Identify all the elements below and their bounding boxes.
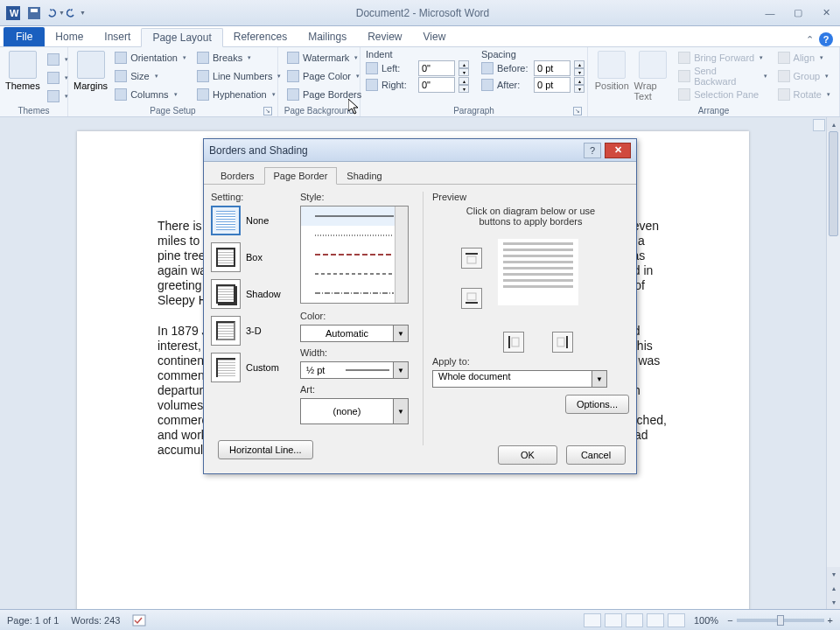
color-combo[interactable]: Automatic▼	[300, 325, 409, 342]
art-combo-drop[interactable]: ▼	[393, 399, 408, 424]
theme-effects-button[interactable]: ▾	[44, 88, 72, 105]
tab-view[interactable]: View	[413, 27, 457, 46]
style-dotted[interactable]	[301, 226, 408, 245]
scroll-down-button[interactable]: ▾	[827, 567, 840, 581]
line-numbers-button[interactable]: Line Numbers▾	[193, 67, 284, 85]
theme-fonts-button[interactable]: ▾	[44, 69, 72, 87]
indent-left-input[interactable]	[418, 60, 455, 76]
next-page-button[interactable]: ▾	[827, 595, 840, 609]
indent-right-input[interactable]	[418, 77, 455, 93]
style-listbox[interactable]	[300, 206, 409, 304]
space-after-up[interactable]: ▴	[574, 77, 584, 85]
style-list-scrollbar[interactable]	[395, 206, 408, 303]
maximize-button[interactable]: ▢	[788, 6, 808, 20]
tab-home[interactable]: Home	[45, 27, 94, 46]
scroll-track[interactable]	[827, 131, 840, 567]
status-page[interactable]: Page: 1 of 1	[7, 615, 59, 626]
color-combo-drop[interactable]: ▼	[393, 326, 408, 341]
style-solid[interactable]	[301, 206, 408, 226]
close-window-button[interactable]: ✕	[816, 6, 836, 20]
undo-icon[interactable]: ▼	[46, 4, 65, 23]
view-draft[interactable]	[668, 613, 685, 627]
tab-mailings[interactable]: Mailings	[298, 27, 357, 46]
width-combo-drop[interactable]: ▼	[393, 362, 408, 378]
preview-left-border-button[interactable]	[503, 332, 524, 353]
hyphenation-button[interactable]: Hyphenation▾	[193, 86, 284, 103]
help-icon[interactable]: ?	[819, 32, 833, 46]
setting-3d[interactable]: 3-D	[211, 316, 295, 346]
setting-custom[interactable]: Custom	[211, 353, 295, 382]
space-before-up[interactable]: ▴	[574, 60, 584, 68]
style-dashed[interactable]	[301, 264, 408, 284]
minimize-button[interactable]: —	[760, 6, 780, 20]
preview-diagram[interactable]	[461, 234, 601, 330]
indent-left-up[interactable]: ▴	[458, 60, 469, 68]
style-dashed-thick[interactable]	[301, 245, 408, 264]
dialog-close-button[interactable]: ✕	[605, 143, 631, 158]
page-borders-button[interactable]: Page Borders	[284, 86, 365, 103]
setting-box[interactable]: Box	[211, 242, 295, 272]
art-combo[interactable]: (none)▼	[300, 398, 409, 424]
themes-button[interactable]: Themes	[5, 49, 40, 91]
zoom-slider-thumb[interactable]	[777, 615, 784, 626]
tab-shading[interactable]: Shading	[337, 167, 391, 185]
theme-colors-button[interactable]: ▾	[44, 51, 72, 68]
tab-review[interactable]: Review	[357, 27, 412, 46]
status-words[interactable]: Words: 243	[71, 615, 120, 626]
zoom-slider[interactable]	[737, 619, 824, 622]
page-color-button[interactable]: Page Color▾	[284, 67, 365, 85]
horizontal-line-button[interactable]: Horizontal Line...	[218, 440, 313, 459]
ruler-toggle[interactable]	[813, 119, 825, 131]
tab-insert[interactable]: Insert	[94, 27, 141, 46]
preview-top-border-button[interactable]	[461, 248, 482, 269]
space-before-input[interactable]	[534, 60, 570, 76]
minimize-ribbon-icon[interactable]: ⌃	[806, 34, 814, 46]
apply-to-drop[interactable]: ▼	[592, 371, 606, 387]
view-print-layout[interactable]	[584, 613, 601, 627]
indent-right-down[interactable]: ▾	[458, 85, 469, 93]
scroll-thumb[interactable]	[829, 131, 838, 236]
width-combo[interactable]: ½ pt▼	[300, 361, 409, 379]
word-icon[interactable]: W	[4, 4, 23, 23]
paragraph-launcher[interactable]: ↘	[573, 107, 582, 116]
setting-none[interactable]: None	[211, 206, 295, 235]
vertical-scrollbar[interactable]: ▴ ▾ ▴ ▾	[826, 117, 840, 609]
apply-to-combo[interactable]: Whole document▼	[432, 370, 607, 388]
cancel-button[interactable]: Cancel	[566, 445, 626, 465]
view-full-screen[interactable]	[605, 613, 622, 627]
prev-page-button[interactable]: ▴	[827, 581, 840, 595]
preview-page[interactable]	[498, 239, 578, 305]
dialog-title-bar[interactable]: Borders and Shading ? ✕	[204, 139, 636, 162]
tab-page-border[interactable]: Page Border	[264, 167, 338, 185]
page-setup-launcher[interactable]: ↘	[263, 107, 272, 116]
indent-left-down[interactable]: ▾	[458, 68, 469, 76]
breaks-button[interactable]: Breaks▾	[193, 49, 284, 66]
indent-right-up[interactable]: ▴	[458, 77, 469, 85]
preview-bottom-border-button[interactable]	[461, 288, 482, 309]
watermark-button[interactable]: Watermark▾	[284, 49, 365, 66]
orientation-button[interactable]: Orientation▾	[111, 49, 190, 66]
tab-references[interactable]: References	[223, 27, 298, 46]
space-after-input[interactable]	[534, 77, 570, 93]
view-outline[interactable]	[647, 613, 664, 627]
save-icon[interactable]	[24, 4, 44, 23]
tab-borders[interactable]: Borders	[211, 167, 264, 185]
zoom-in-button[interactable]: +	[828, 615, 833, 626]
ok-button[interactable]: OK	[498, 445, 557, 465]
dialog-help-button[interactable]: ?	[584, 143, 601, 158]
margins-button[interactable]: Margins	[74, 49, 108, 91]
status-zoom[interactable]: 100%	[694, 615, 718, 626]
style-dash-dot[interactable]	[301, 284, 408, 303]
view-web-layout[interactable]	[626, 613, 643, 627]
preview-right-border-button[interactable]	[552, 332, 573, 353]
size-button[interactable]: Size▾	[111, 67, 190, 85]
tab-page-layout[interactable]: Page Layout	[141, 28, 222, 47]
options-button[interactable]: Options...	[565, 395, 629, 414]
scroll-up-button[interactable]: ▴	[827, 117, 840, 131]
setting-shadow[interactable]: Shadow	[211, 279, 295, 309]
zoom-out-button[interactable]: −	[727, 615, 732, 626]
redo-icon[interactable]: ▼	[66, 4, 86, 23]
space-after-down[interactable]: ▾	[574, 85, 584, 93]
space-before-down[interactable]: ▾	[574, 68, 584, 76]
tab-file[interactable]: File	[4, 27, 45, 46]
